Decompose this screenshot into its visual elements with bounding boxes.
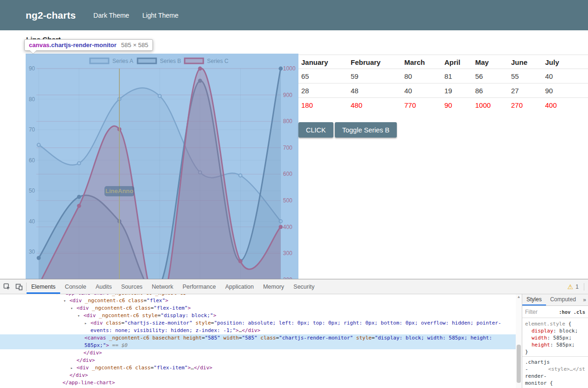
- tabbar-separator: [584, 283, 584, 291]
- expander-arrow-icon[interactable]: ▾: [77, 312, 83, 319]
- element-classes-toggle[interactable]: .cls: [574, 309, 585, 315]
- devtools-tabbar: ElementsConsoleAuditsSourcesNetworkPerfo…: [0, 279, 588, 294]
- svg-text:1000: 1000: [283, 65, 296, 72]
- devtools-tab-sources[interactable]: Sources: [117, 279, 147, 294]
- devtools-tab-console[interactable]: Console: [60, 279, 91, 294]
- toggle-device-toolbar-icon[interactable]: [15, 283, 23, 291]
- warning-icon: ⚠: [567, 283, 574, 291]
- svg-text:600: 600: [283, 171, 292, 177]
- expander-arrow-icon[interactable]: ▸: [84, 319, 90, 327]
- svg-text:300: 300: [283, 250, 292, 256]
- dom-node[interactable]: ▸<div class="chartjs-size-monitor" style…: [0, 319, 516, 334]
- svg-text:700: 700: [283, 145, 292, 151]
- devtools-tabs: ElementsConsoleAuditsSourcesNetworkPerfo…: [27, 279, 319, 294]
- svg-text:Series A: Series A: [112, 58, 133, 64]
- svg-text:500: 500: [283, 197, 292, 204]
- css-property[interactable]: display: block;: [525, 327, 585, 334]
- tooltip-class: .chartjs-render-monitor: [49, 42, 117, 48]
- table-cell: 400: [542, 98, 588, 112]
- svg-text:60: 60: [29, 157, 35, 164]
- devtools-tab-memory[interactable]: Memory: [258, 279, 289, 294]
- expander-arrow-icon[interactable]: ▸: [56, 294, 62, 297]
- css-property[interactable]: width: 585px;: [525, 334, 585, 341]
- svg-text:Series C: Series C: [207, 58, 228, 64]
- table-cell: 80: [401, 69, 442, 83]
- nav-dark-theme[interactable]: Dark Theme: [87, 9, 136, 22]
- svg-text:800: 800: [283, 118, 292, 125]
- dom-node[interactable]: ▸<div _ngcontent-c6 class="flex-item">…<…: [0, 364, 516, 372]
- dom-node[interactable]: ▾<div _ngcontent-c6 style="display: bloc…: [0, 312, 516, 319]
- elements-scrollbar[interactable]: ▲: [516, 294, 522, 388]
- devtools-tab-network[interactable]: Network: [147, 279, 178, 294]
- scrollbar-thumb[interactable]: [517, 345, 521, 383]
- dom-node[interactable]: </div>: [0, 372, 516, 379]
- table-header-cell: June: [508, 55, 542, 69]
- table-header-cell: March: [401, 55, 442, 69]
- svg-text:900: 900: [283, 92, 292, 98]
- table-header-cell: July: [542, 55, 588, 69]
- expander-arrow-icon[interactable]: ▾: [63, 297, 69, 305]
- table-header-cell: January: [298, 55, 348, 69]
- brand-title: ng2-charts: [26, 10, 76, 21]
- svg-text:70: 70: [29, 126, 35, 133]
- devtools-tab-performance[interactable]: Performance: [178, 279, 221, 294]
- css-property[interactable]: height: 585px;: [525, 341, 585, 348]
- dom-node[interactable]: </div>: [0, 349, 516, 357]
- styles-pane-tabs: Styles Computed »: [522, 294, 588, 306]
- devtools-tab-audits[interactable]: Audits: [91, 279, 117, 294]
- table-header-cell: April: [442, 55, 472, 69]
- svg-text:Series B: Series B: [160, 58, 181, 64]
- table-header-cell: May: [472, 55, 508, 69]
- table-cell: 48: [348, 83, 401, 98]
- table-cell: 86: [472, 83, 508, 98]
- dom-node-selected[interactable]: <canvas _ngcontent-c6 basechart height="…: [0, 334, 516, 349]
- app-root: ng2-charts Dark Theme Light Theme Line C…: [0, 0, 588, 388]
- tooltip-selector: canvas.chartjs-render-monitor: [29, 42, 117, 48]
- warning-count: 1: [575, 284, 579, 290]
- table-cell: 40: [542, 69, 588, 83]
- table-header-cell: February: [348, 55, 401, 69]
- more-tabs-icon[interactable]: »: [581, 294, 588, 305]
- month-data-table: JanuaryFebruaryMarchAprilMayJuneJuly6559…: [298, 55, 588, 112]
- rule-selector: element.style: [525, 321, 565, 327]
- pseudo-state-toggle[interactable]: :hov: [559, 309, 570, 315]
- app-header: ng2-charts Dark Theme Light Theme: [0, 0, 588, 30]
- warning-indicator[interactable]: ⚠ 1: [567, 279, 588, 294]
- rule-close-brace: }: [525, 348, 585, 355]
- table-cell: 770: [401, 98, 442, 112]
- table-cell: 65: [298, 69, 348, 83]
- devtools-tab-application[interactable]: Application: [221, 279, 258, 294]
- tab-computed[interactable]: Computed: [546, 294, 580, 305]
- dom-node[interactable]: </app-line-chart>: [0, 379, 516, 387]
- dom-node[interactable]: ▾<div _ngcontent-c6 class="flex">: [0, 297, 516, 305]
- styles-rules: element.style { display: block;width: 58…: [522, 319, 588, 388]
- elements-dom-tree: ▸<app-line-chart _ngcontent-c6 _nghost-c…: [0, 294, 516, 388]
- tooltip-dimensions: 585 × 585: [121, 42, 148, 48]
- styles-filter-input[interactable]: Filter: [525, 309, 556, 315]
- toggle-series-b-button[interactable]: Toggle Series B: [335, 122, 397, 138]
- table-cell: 270: [508, 98, 542, 112]
- devtools-tab-elements[interactable]: Elements: [27, 279, 60, 294]
- inspect-tooltip: canvas.chartjs-render-monitor 585 × 585: [24, 39, 153, 51]
- chartjs-render-monitor-rule[interactable]: .chartjs<style>…</st -render- monitor { …: [522, 357, 588, 388]
- table-cell: 40: [401, 83, 442, 98]
- expander-arrow-icon[interactable]: ▾: [70, 305, 76, 312]
- devtools-panel: ElementsConsoleAuditsSourcesNetworkPerfo…: [0, 279, 588, 388]
- dom-node[interactable]: </div>: [0, 357, 516, 364]
- scroll-up-icon[interactable]: ▲: [516, 294, 522, 300]
- expander-arrow-icon[interactable]: ▸: [70, 364, 76, 372]
- devtools-toolbar-icons: [0, 279, 26, 294]
- svg-text:400: 400: [283, 224, 292, 230]
- styles-filter-row: Filter :hov .cls: [522, 306, 588, 318]
- dom-node[interactable]: ▾<div _ngcontent-c6 class="flex-item">: [0, 305, 516, 312]
- table-cell: 56: [472, 69, 508, 83]
- element-style-rule[interactable]: element.style { display: block;width: 58…: [522, 319, 588, 356]
- table-cell: 19: [442, 83, 472, 98]
- table-cell: 480: [348, 98, 401, 112]
- inspect-element-icon[interactable]: [3, 283, 11, 291]
- devtools-tab-security[interactable]: Security: [289, 279, 319, 294]
- nav-light-theme[interactable]: Light Theme: [136, 9, 185, 22]
- click-button[interactable]: CLICK: [298, 122, 333, 138]
- rule2-source-link[interactable]: <style>…</st: [548, 366, 585, 373]
- tab-styles[interactable]: Styles: [522, 294, 546, 305]
